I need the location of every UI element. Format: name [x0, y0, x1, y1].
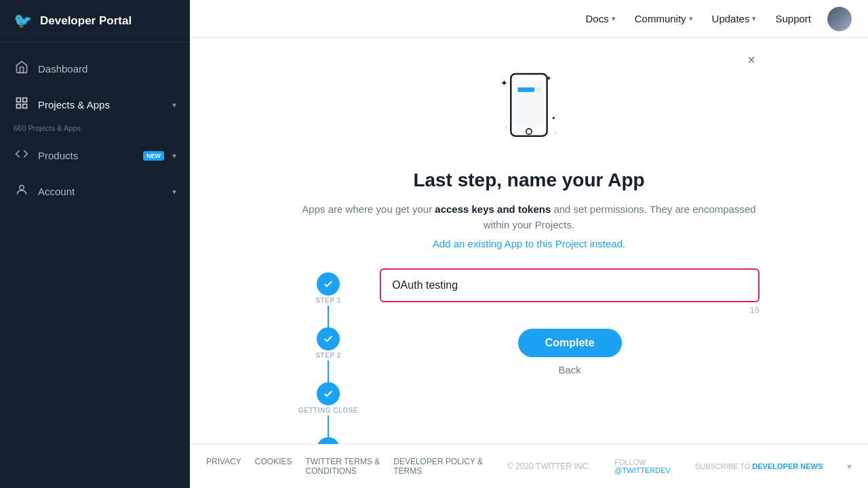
page-content: × ✦ ✦ ✦ • •	[190, 38, 868, 444]
chevron-down-icon: ▾	[172, 187, 176, 197]
step-label-3: GETTING CLOSE	[298, 407, 358, 414]
step-item-4: ALMOST DONE!	[300, 437, 356, 444]
sidebar-item-label: Products	[38, 150, 131, 161]
footer-follow: FOLLOW @TWITTERDEV	[614, 458, 671, 474]
sidebar-item-products[interactable]: Products NEW ▾	[0, 138, 190, 174]
step-circle-3	[317, 382, 340, 405]
svg-text:•: •	[554, 131, 556, 136]
footer-terms-group: TWITTER TERMS & CONDITIONS	[305, 457, 380, 476]
svg-rect-2	[23, 104, 27, 108]
step-line-1	[328, 306, 329, 327]
chevron-down-icon: ▾	[172, 100, 176, 110]
updates-label: Updates	[712, 13, 750, 24]
new-badge: NEW	[143, 151, 164, 161]
step-item-3: GETTING CLOSE	[298, 382, 358, 437]
step-item-1: STEP 1	[315, 272, 340, 327]
main-content: Docs ▾ Community ▾ Updates ▾ Support	[190, 0, 868, 488]
footer-dev-policy-group: DEVELOPER POLICY & TERMS	[393, 457, 483, 476]
support-label: Support	[775, 13, 811, 24]
svg-rect-1	[23, 98, 27, 102]
footer-expand-icon[interactable]: ▾	[847, 461, 852, 472]
step-label-2: STEP 2	[315, 352, 340, 359]
phone-illustration: ✦ ✦ ✦ • •	[298, 65, 760, 153]
sidebar-item-dashboard[interactable]: Dashboard	[0, 51, 190, 87]
svg-rect-0	[17, 98, 21, 102]
footer-twitter-terms-link[interactable]: TWITTER TERMS &	[305, 457, 380, 466]
sidebar-nav: Dashboard Projects & Apps ▾ 660 Projects…	[0, 43, 190, 488]
docs-label: Docs	[586, 13, 609, 24]
sidebar-item-account[interactable]: Account ▾	[0, 174, 190, 209]
footer-privacy-link[interactable]: PRIVACY	[206, 457, 241, 476]
back-button[interactable]: Back	[558, 364, 580, 375]
footer-subscribe-link[interactable]: DEVELOPER NEWS	[752, 462, 823, 470]
svg-text:✦: ✦	[551, 115, 556, 122]
projects-count: 660 Projects & Apps	[0, 123, 190, 138]
step-circle-1	[317, 272, 340, 296]
svg-text:•: •	[505, 125, 507, 129]
step-line-2	[328, 361, 329, 382]
twitter-logo-icon: 🐦	[14, 12, 32, 30]
step-line-3	[328, 415, 329, 437]
sidebar-item-projects[interactable]: Projects & Apps ▾	[0, 87, 190, 123]
footer-follow-link[interactable]: @TWITTERDEV	[614, 466, 671, 474]
nav-updates[interactable]: Updates ▾	[704, 9, 765, 28]
sidebar: 🐦 Developer Portal Dashboard	[0, 0, 190, 488]
footer: PRIVACY COOKIES TWITTER TERMS & CONDITIO…	[190, 444, 868, 488]
char-count: 19	[380, 305, 760, 315]
complete-button[interactable]: Complete	[518, 329, 622, 357]
sidebar-item-label: Dashboard	[38, 63, 176, 75]
svg-rect-3	[17, 104, 21, 108]
products-icon	[14, 147, 30, 164]
user-avatar[interactable]	[827, 7, 852, 31]
step-item-2: STEP 2	[315, 327, 340, 382]
nav-docs[interactable]: Docs ▾	[578, 9, 624, 28]
footer-dev-policy-link[interactable]: DEVELOPER POLICY &	[393, 457, 483, 466]
svg-text:✦: ✦	[500, 79, 508, 89]
steps-column: STEP 1 STEP 2	[298, 268, 358, 444]
dialog-description: Apps are where you get your access keys …	[298, 202, 760, 232]
sidebar-item-label: Account	[38, 186, 164, 197]
app-name-wrapper	[380, 268, 760, 302]
svg-rect-12	[517, 87, 534, 92]
app-name-input[interactable]	[380, 268, 760, 302]
steps-form-layout: STEP 1 STEP 2	[298, 268, 760, 444]
nav-support[interactable]: Support	[767, 9, 819, 28]
dialog-container: × ✦ ✦ ✦ • •	[285, 38, 773, 444]
footer-subscribe: SUBSCRIBE TO DEVELOPER NEWS	[695, 462, 823, 470]
chevron-down-icon: ▾	[172, 151, 176, 161]
chevron-down-icon: ▾	[752, 14, 756, 23]
home-icon	[14, 60, 30, 77]
community-label: Community	[635, 13, 686, 24]
top-nav: Docs ▾ Community ▾ Updates ▾ Support	[190, 0, 868, 38]
add-existing-link[interactable]: Add an existing App to this Project inst…	[298, 238, 760, 249]
nav-community[interactable]: Community ▾	[627, 9, 701, 28]
svg-point-4	[20, 185, 24, 190]
projects-icon	[14, 96, 30, 113]
footer-cookies-link[interactable]: COOKIES	[255, 457, 292, 476]
chevron-down-icon: ▾	[689, 14, 693, 23]
step-circle-2	[317, 327, 340, 350]
footer-links: PRIVACY COOKIES TWITTER TERMS & CONDITIO…	[206, 457, 483, 476]
chevron-down-icon: ▾	[612, 14, 616, 23]
step-label-1: STEP 1	[315, 297, 340, 304]
form-column: 19 Complete Back	[380, 268, 760, 375]
account-icon	[14, 183, 30, 200]
footer-copyright: © 2020 TWITTER INC.	[507, 462, 591, 471]
svg-rect-13	[536, 87, 541, 92]
step-circle-4	[317, 437, 340, 444]
sidebar-header: 🐦 Developer Portal	[0, 0, 190, 43]
avatar-image	[827, 7, 852, 31]
app-title: Developer Portal	[40, 14, 132, 28]
sidebar-item-label: Projects & Apps	[38, 99, 164, 110]
dialog-title: Last step, name your App	[298, 169, 760, 191]
